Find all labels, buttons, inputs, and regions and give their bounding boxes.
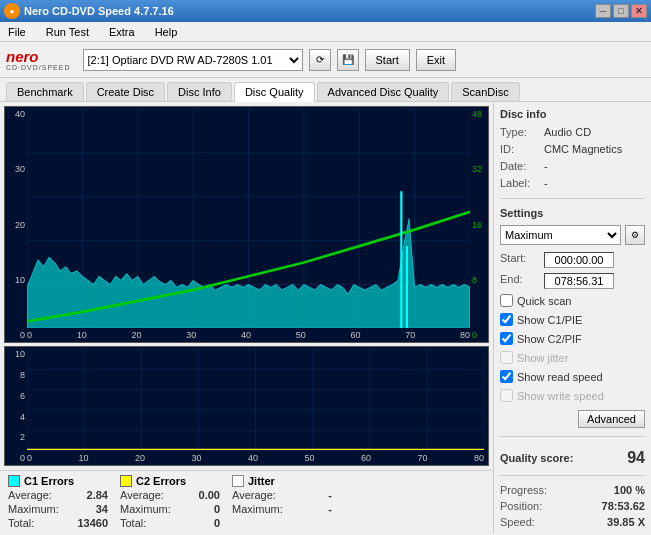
disc-date-value: - <box>544 160 548 172</box>
show-read-speed-checkbox[interactable] <box>500 370 513 383</box>
show-jitter-row: Show jitter <box>500 351 645 364</box>
menu-help[interactable]: Help <box>151 24 182 40</box>
c1-total-label: Total: <box>8 517 34 529</box>
show-read-speed-label: Show read speed <box>517 371 603 383</box>
speed-key: Speed: <box>500 516 535 528</box>
show-c1-checkbox[interactable] <box>500 313 513 326</box>
jitter-label: Jitter <box>248 475 275 487</box>
settings-title: Settings <box>500 207 645 219</box>
divider-3 <box>500 475 645 476</box>
disc-type-value: Audio CD <box>544 126 591 138</box>
main-content: 40 30 20 10 0 48 32 16 8 0 <box>0 102 651 533</box>
show-write-speed-row: Show write speed <box>500 389 645 402</box>
progress-value: 100 % <box>614 484 645 496</box>
show-c2-label: Show C2/PIF <box>517 333 582 345</box>
maximize-button[interactable]: □ <box>613 4 629 18</box>
speed-selector[interactable]: Maximum <box>500 225 621 245</box>
disc-type-key: Type: <box>500 126 540 138</box>
nero-logo: nero CD·DVD/SPEED <box>6 49 71 71</box>
disc-label-row: Label: - <box>500 177 645 189</box>
c1-stats: C1 Errors Average: 2.84 Maximum: 34 Tota… <box>8 475 108 529</box>
disc-id-value: CMC Magnetics <box>544 143 622 155</box>
menu-file[interactable]: File <box>4 24 30 40</box>
show-c1-row: Show C1/PIE <box>500 313 645 326</box>
quick-scan-checkbox[interactable] <box>500 294 513 307</box>
tab-bar: Benchmark Create Disc Disc Info Disc Qua… <box>0 78 651 102</box>
exit-button[interactable]: Exit <box>416 49 456 71</box>
speed-row: Speed: 39.85 X <box>500 516 645 528</box>
c1-total-value: 13460 <box>68 517 108 529</box>
charts-stats-area: 40 30 20 10 0 48 32 16 8 0 <box>0 102 493 533</box>
disc-label-key: Label: <box>500 177 540 189</box>
show-c2-checkbox[interactable] <box>500 332 513 345</box>
bottom-chart-x-axis: 0 10 20 30 40 50 60 70 80 <box>27 451 484 465</box>
c2-color-box <box>120 475 132 487</box>
c2-avg-label: Average: <box>120 489 164 501</box>
end-input[interactable] <box>544 273 614 289</box>
toolbar: nero CD·DVD/SPEED [2:1] Optiarc DVD RW A… <box>0 42 651 78</box>
menu-extra[interactable]: Extra <box>105 24 139 40</box>
tab-create-disc[interactable]: Create Disc <box>86 82 165 101</box>
right-panel: Disc info Type: Audio CD ID: CMC Magneti… <box>493 102 651 533</box>
save-button[interactable]: 💾 <box>337 49 359 71</box>
show-write-speed-checkbox[interactable] <box>500 389 513 402</box>
jitter-avg-value: - <box>292 489 332 501</box>
position-value: 78:53.62 <box>602 500 645 512</box>
show-jitter-label: Show jitter <box>517 352 568 364</box>
disc-info-title: Disc info <box>500 108 645 120</box>
close-button[interactable]: ✕ <box>631 4 647 18</box>
refresh-button[interactable]: ⟳ <box>309 49 331 71</box>
minimize-button[interactable]: ─ <box>595 4 611 18</box>
disc-type-row: Type: Audio CD <box>500 126 645 138</box>
quick-scan-label: Quick scan <box>517 295 571 307</box>
c1-avg-label: Average: <box>8 489 52 501</box>
end-key: End: <box>500 273 540 289</box>
quality-score-row: Quality score: 94 <box>500 449 645 467</box>
progress-key: Progress: <box>500 484 547 496</box>
c2-total-value: 0 <box>180 517 220 529</box>
c1-max-value: 34 <box>68 503 108 515</box>
disc-id-key: ID: <box>500 143 540 155</box>
menu-run-test[interactable]: Run Test <box>42 24 93 40</box>
disc-label-value: - <box>544 177 548 189</box>
top-chart-y-axis-right: 48 32 16 8 0 <box>470 107 488 342</box>
c1-color-box <box>8 475 20 487</box>
speed-value: 39.85 X <box>607 516 645 528</box>
tab-disc-quality[interactable]: Disc Quality <box>234 82 315 102</box>
menu-bar: File Run Test Extra Help <box>0 22 651 42</box>
c2-avg-value: 0.00 <box>180 489 220 501</box>
tab-disc-info[interactable]: Disc Info <box>167 82 232 101</box>
jitter-max-value: - <box>292 503 332 515</box>
drive-selector[interactable]: [2:1] Optiarc DVD RW AD-7280S 1.01 <box>83 49 303 71</box>
c1-avg-value: 2.84 <box>68 489 108 501</box>
advanced-button[interactable]: Advanced <box>578 410 645 428</box>
start-input[interactable] <box>544 252 614 268</box>
end-row: End: <box>500 273 645 289</box>
start-button[interactable]: Start <box>365 49 410 71</box>
bottom-chart-y-axis: 10 8 6 4 2 0 <box>5 347 27 465</box>
tab-benchmark[interactable]: Benchmark <box>6 82 84 101</box>
progress-row: Progress: 100 % <box>500 484 645 496</box>
quality-score-value: 94 <box>627 449 645 467</box>
start-row: Start: <box>500 252 645 268</box>
c2-label: C2 Errors <box>136 475 186 487</box>
jitter-avg-label: Average: <box>232 489 276 501</box>
position-row: Position: 78:53.62 <box>500 500 645 512</box>
bottom-chart-svg-area <box>27 349 484 451</box>
charts-area: 40 30 20 10 0 48 32 16 8 0 <box>0 102 493 470</box>
settings-icon-btn[interactable]: ⚙ <box>625 225 645 245</box>
disc-id-row: ID: CMC Magnetics <box>500 143 645 155</box>
top-chart: 40 30 20 10 0 48 32 16 8 0 <box>4 106 489 343</box>
c2-max-label: Maximum: <box>120 503 171 515</box>
c2-max-value: 0 <box>180 503 220 515</box>
window-controls: ─ □ ✕ <box>595 4 647 18</box>
divider-1 <box>500 198 645 199</box>
top-chart-x-axis: 0 10 20 30 40 50 60 70 80 <box>27 328 470 342</box>
tab-scandisc[interactable]: ScanDisc <box>451 82 519 101</box>
jitter-stats: Jitter Average: - Maximum: - <box>232 475 332 529</box>
c2-total-label: Total: <box>120 517 146 529</box>
c1-max-label: Maximum: <box>8 503 59 515</box>
show-jitter-checkbox[interactable] <box>500 351 513 364</box>
top-chart-y-axis-left: 40 30 20 10 0 <box>5 107 27 342</box>
tab-advanced-disc-quality[interactable]: Advanced Disc Quality <box>317 82 450 101</box>
